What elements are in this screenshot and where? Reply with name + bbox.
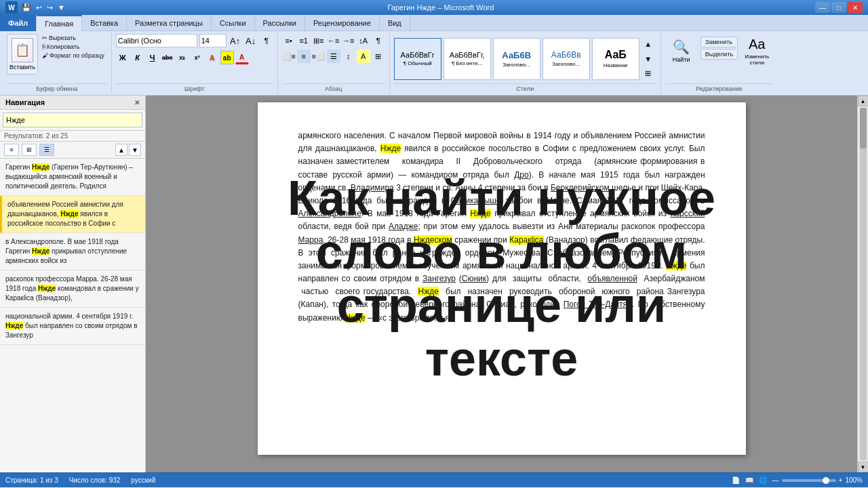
title-bar-left: W 💾 ↩ ↪ ▼	[5, 1, 66, 14]
nav-view-headings[interactable]: ≡	[4, 144, 19, 156]
clipboard-label: Буфер обмена	[7, 83, 107, 92]
nav-prev-btn[interactable]: ▲	[115, 144, 127, 156]
nav-search-input[interactable]	[3, 113, 142, 127]
scroll-down-btn[interactable]: ▼	[858, 462, 869, 472]
align-center-btn[interactable]: ≡	[297, 49, 311, 63]
style-normal[interactable]: АаБбВвГг ¶ Обычный	[394, 38, 441, 80]
minimize-btn[interactable]: —	[815, 2, 830, 13]
tab-view[interactable]: Вид	[380, 15, 410, 31]
change-styles-button[interactable]: Aa Изменитьстили	[741, 34, 773, 68]
word-count: Число слов: 932	[69, 476, 121, 484]
style-h1-preview: АаБ6В	[502, 50, 531, 60]
customize-quick-btn[interactable]: ▼	[56, 3, 66, 12]
change-styles-label: Изменитьстили	[745, 54, 769, 66]
style-title[interactable]: АаБ Название	[592, 38, 639, 80]
clear-format-btn[interactable]: ¶	[260, 34, 273, 47]
nav-item-3[interactable]: в Александрополе. В мае 1918 года Гареги…	[0, 233, 145, 270]
language-indicator[interactable]: русский	[131, 476, 155, 484]
style-no-spacing-label: ¶ Без инте...	[452, 60, 483, 66]
word-icon: W	[5, 1, 18, 14]
subscript-button[interactable]: x₂	[176, 51, 189, 64]
tab-file[interactable]: Файл	[0, 15, 37, 31]
nav-item-1[interactable]: Гарегин Нжде (Гарегин Тер-Арутюнян) – вы…	[0, 159, 145, 196]
close-btn[interactable]: ✕	[848, 2, 863, 13]
justify-btn[interactable]: ☰	[327, 49, 340, 63]
bold-button[interactable]: Ж	[116, 51, 130, 64]
tab-layout[interactable]: Разметка страницы	[127, 15, 212, 31]
tab-home[interactable]: Главная	[37, 15, 82, 31]
scroll-thumb[interactable]	[860, 108, 867, 148]
replace-button[interactable]: Заменить	[701, 37, 738, 47]
font-size-input[interactable]	[199, 34, 226, 47]
nav-close-btn[interactable]: ✕	[134, 99, 140, 106]
style-heading1[interactable]: АаБ6В Заголово...	[493, 38, 540, 80]
document-area[interactable]: Как найти нужное слово в любом странице …	[146, 96, 857, 472]
tab-mailings[interactable]: Рассылки	[255, 15, 305, 31]
redo-quick-btn[interactable]: ↪	[45, 3, 54, 12]
select-button[interactable]: Выделить	[701, 49, 738, 60]
format-painter-button[interactable]: 🖌 Формат по образцу	[39, 52, 107, 60]
ribbon-content: 📋 Вставить ✂ Вырезать ⎘ Копировать	[0, 31, 868, 95]
view-print-btn[interactable]: 📄	[732, 476, 740, 484]
style-no-spacing[interactable]: АаБбВвГг, ¶ Без инте...	[443, 38, 491, 80]
styles-scroll-down[interactable]: ▼	[642, 52, 655, 66]
cut-button[interactable]: ✂ Вырезать	[39, 34, 107, 42]
underline-button[interactable]: Ч	[146, 51, 159, 64]
strikethrough-button[interactable]: abc	[161, 51, 174, 64]
shading-btn[interactable]: A	[357, 49, 370, 63]
zoom-out-btn[interactable]: —	[772, 476, 779, 484]
tab-insert[interactable]: Вставка	[82, 15, 127, 31]
tab-review[interactable]: Рецензирование	[305, 15, 380, 31]
zoom-level[interactable]: 100%	[845, 476, 863, 484]
nav-item-4[interactable]: раскопок профессора Марра. 26-28 мая 191…	[0, 270, 145, 308]
zoom-in-btn[interactable]: +	[839, 476, 843, 484]
ribbon: Файл Главная Вставка Разметка страницы С…	[0, 15, 868, 96]
borders-btn[interactable]: ⊞	[372, 49, 385, 63]
maximize-btn[interactable]: □	[831, 2, 846, 13]
bullet-list-btn[interactable]: ≡•	[282, 34, 296, 47]
align-right-btn[interactable]: ≡⬜	[312, 49, 326, 63]
decrease-indent-btn[interactable]: ←≡	[327, 34, 340, 47]
nav-view-results[interactable]: ☰	[39, 144, 54, 156]
styles-row: АаБбВвГг ¶ Обычный АаБбВвГг, ¶ Без инте.…	[394, 34, 656, 83]
view-web-btn[interactable]: 🌐	[759, 476, 767, 484]
scroll-up-btn[interactable]: ▲	[858, 96, 869, 106]
italic-button[interactable]: К	[131, 51, 144, 64]
sort-btn[interactable]: ↕A	[357, 34, 370, 47]
decrease-size-btn[interactable]: A↓	[244, 34, 258, 47]
undo-quick-btn[interactable]: ↩	[35, 3, 43, 12]
text-effects-btn[interactable]: A	[205, 51, 219, 64]
show-marks-btn[interactable]: ¶	[372, 34, 385, 47]
numbered-list-btn[interactable]: ≡1	[297, 34, 311, 47]
nav-item-2[interactable]: объявлением Россией амнистии для дашнакц…	[0, 196, 145, 233]
select-label: Выделить	[705, 51, 734, 58]
zoom-slider[interactable]	[782, 479, 836, 482]
font-name-input[interactable]	[116, 34, 197, 47]
line-spacing-btn[interactable]: ↕	[342, 49, 355, 63]
paste-icon: 📋	[12, 38, 33, 62]
clipboard-group: 📋 Вставить ✂ Вырезать ⎘ Копировать	[3, 33, 112, 94]
copy-button[interactable]: ⎘ Копировать	[39, 43, 107, 51]
save-quick-btn[interactable]: 💾	[20, 3, 33, 12]
superscript-button[interactable]: x²	[191, 51, 204, 64]
link-syunik: Сюник	[462, 274, 486, 283]
styles-scroll-up[interactable]: ▲	[642, 37, 655, 51]
font-color-btn[interactable]: A	[235, 51, 249, 64]
style-heading2[interactable]: АаБ6Вв Заголово...	[542, 38, 590, 80]
nav-item-5[interactable]: национальной армии. 4 сентября 1919 г. Н…	[0, 308, 145, 345]
highlight-color-btn[interactable]: ab	[220, 51, 234, 64]
nav-next-btn[interactable]: ▼	[129, 144, 141, 156]
increase-indent-btn[interactable]: →≡	[342, 34, 355, 47]
view-read-btn[interactable]: 📖	[745, 476, 753, 484]
find-button[interactable]: 🔍 Найти	[665, 34, 698, 68]
styles-expand[interactable]: ⊞	[642, 67, 655, 81]
tab-references[interactable]: Ссылки	[212, 15, 255, 31]
increase-size-btn[interactable]: A↑	[229, 34, 242, 47]
find-label: Найти	[673, 56, 690, 63]
nav-view-pages[interactable]: ⊞	[22, 144, 37, 156]
highlight-nzhde-inline-3: Нждеском	[414, 235, 452, 245]
paste-button[interactable]: 📋 Вставить	[7, 34, 38, 75]
multilevel-list-btn[interactable]: ⊞≡	[312, 34, 326, 47]
style-h2-label: Заголово...	[552, 61, 580, 67]
align-left-btn[interactable]: ⬜≡	[282, 49, 296, 63]
